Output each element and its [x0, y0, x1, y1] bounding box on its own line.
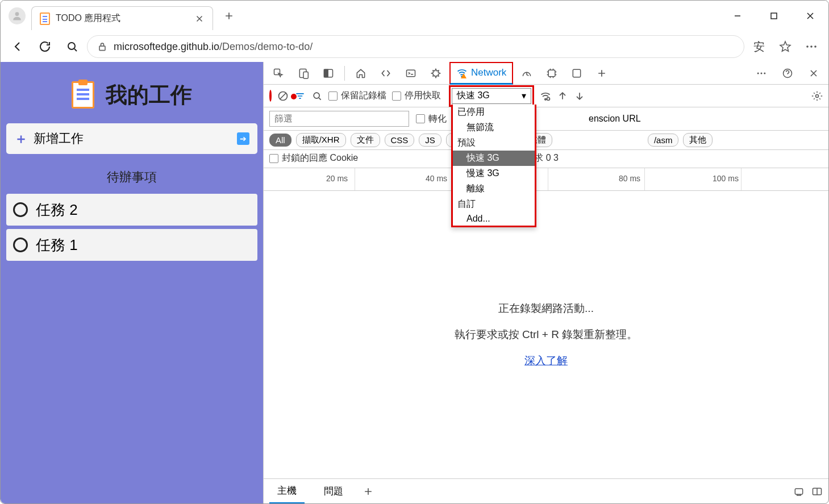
- section-title: 待辦事項: [6, 169, 257, 186]
- filter-toggle[interactable]: [294, 90, 306, 102]
- dd-no-throttle[interactable]: 無節流: [453, 120, 535, 135]
- pill-doc[interactable]: 文件: [351, 133, 380, 147]
- favorite-button[interactable]: [773, 34, 798, 59]
- drawer-add-tab[interactable]: [363, 486, 374, 497]
- titlebar: TODO 應用程式: [1, 1, 828, 31]
- translate-badge[interactable]: 安: [747, 34, 772, 59]
- tab-favicon: [40, 13, 50, 25]
- pill-js[interactable]: JS: [419, 134, 441, 147]
- upload-har-icon[interactable]: [557, 90, 568, 102]
- clear-button[interactable]: [277, 90, 289, 102]
- dd-slow-3g[interactable]: 慢速 3G: [453, 166, 535, 181]
- dock-icon[interactable]: [317, 62, 340, 85]
- close-window-button[interactable]: [792, 2, 828, 30]
- dd-offline[interactable]: 離線: [453, 181, 535, 197]
- svg-point-6: [814, 45, 816, 48]
- drawer-console-tab[interactable]: 主機: [269, 479, 305, 504]
- maximize-button[interactable]: [756, 2, 792, 30]
- throttling-select[interactable]: 快速 3G ▾ 已停用 無節流 預設 快速 3G 慢速 3G 離線 自訂 Add…: [452, 88, 531, 104]
- devtools-close-button[interactable]: [802, 62, 825, 85]
- block-row: 封鎖的回應 Cookie 封鎖要求 0 3: [264, 150, 828, 168]
- more-tabs-button[interactable]: [590, 62, 613, 85]
- network-tab-label: Network: [471, 67, 506, 78]
- inspect-icon[interactable]: [267, 62, 290, 85]
- svg-point-21: [314, 93, 319, 98]
- refresh-button[interactable]: [32, 34, 57, 59]
- svg-point-22: [545, 98, 547, 100]
- console-tab[interactable]: [399, 62, 422, 85]
- new-tab-button[interactable]: [216, 3, 241, 28]
- task-checkbox-icon[interactable]: [13, 238, 28, 252]
- add-task-button[interactable]: ＋ 新增工作 ➔: [6, 123, 257, 154]
- svg-rect-11: [324, 69, 328, 77]
- extension-url-label: enscion URL: [589, 114, 641, 124]
- dd-add[interactable]: Add...: [453, 212, 535, 226]
- pill-fetch[interactable]: 擷取/XHR: [296, 133, 346, 147]
- disable-cache-checkbox[interactable]: 停用快取: [392, 90, 441, 102]
- browser-window: TODO 應用程式 microsoftedge.github.io/Demos/…: [0, 0, 829, 504]
- network-toolbar: 保留記錄檔 停用快取 快速 3G ▾ 已停用 無節流 預設 快速 3G 慢速 3…: [264, 85, 828, 107]
- timeline[interactable]: 20 ms 40 ms 80 ms 100 ms: [264, 168, 828, 191]
- pill-wasm[interactable]: /asm: [648, 134, 679, 147]
- learn-more-link[interactable]: 深入了解: [524, 353, 568, 368]
- pill-css[interactable]: CSS: [385, 134, 415, 147]
- network-settings-icon[interactable]: [811, 90, 823, 102]
- browser-tab[interactable]: TODO 應用程式: [31, 6, 213, 30]
- content-split: 我的工作 ＋ 新增工作 ➔ 待辦事項 任務 2 任務 1: [1, 62, 828, 503]
- drawer-issues-tab[interactable]: 問題: [316, 479, 351, 504]
- elements-tab[interactable]: [374, 62, 397, 85]
- task-label: 任務 2: [36, 200, 78, 220]
- memory-tab[interactable]: [540, 62, 563, 85]
- dd-fast-3g[interactable]: 快速 3G: [453, 151, 535, 166]
- svg-rect-1: [771, 13, 777, 19]
- svg-point-4: [806, 45, 809, 48]
- application-tab[interactable]: [565, 62, 588, 85]
- record-button[interactable]: [269, 91, 272, 101]
- devtools-more-button[interactable]: [750, 62, 773, 85]
- throttle-highlight: 快速 3G ▾ 已停用 無節流 預設 快速 3G 慢速 3G 離線 自訂 Add…: [449, 85, 534, 107]
- plus-icon: ＋: [14, 130, 28, 148]
- dd-group-custom: 自訂: [453, 197, 535, 212]
- task-item[interactable]: 任務 2: [6, 194, 257, 226]
- app-title: 我的工作: [106, 81, 192, 110]
- svg-rect-15: [573, 69, 581, 77]
- submit-arrow-icon[interactable]: ➔: [237, 132, 249, 145]
- window-controls: [719, 2, 828, 30]
- devtools-help-button[interactable]: [776, 62, 799, 85]
- download-har-icon[interactable]: [574, 90, 585, 102]
- filter-input[interactable]: [269, 111, 409, 127]
- svg-point-24: [816, 94, 819, 97]
- preserve-log-checkbox[interactable]: 保留記錄檔: [328, 90, 386, 102]
- block-cookie-checkbox[interactable]: 封鎖的回應 Cookie: [269, 152, 358, 164]
- tab-title: TODO 應用程式: [56, 13, 120, 24]
- search-network[interactable]: [311, 90, 323, 102]
- svg-rect-9: [303, 72, 308, 78]
- profile-avatar[interactable]: [9, 7, 26, 24]
- throttle-selected: 快速 3G: [457, 90, 490, 102]
- drawer-icon-1[interactable]: [793, 486, 805, 497]
- svg-point-23: [547, 97, 550, 100]
- devtools-tabs: Network: [264, 62, 828, 85]
- back-button[interactable]: [5, 34, 30, 59]
- tab-close-button[interactable]: [194, 14, 205, 24]
- welcome-tab[interactable]: [349, 62, 372, 85]
- app-header: 我的工作: [6, 66, 257, 123]
- clipboard-icon: [72, 81, 94, 109]
- pill-other[interactable]: 其他: [683, 133, 713, 147]
- network-tab[interactable]: Network: [449, 62, 513, 85]
- devtools-drawer: 主機 問題: [264, 478, 828, 503]
- device-icon[interactable]: [292, 62, 315, 85]
- settings-menu-button[interactable]: [799, 34, 824, 59]
- pill-all[interactable]: All: [269, 134, 291, 147]
- drawer-icon-2[interactable]: [811, 486, 823, 497]
- network-conditions-icon[interactable]: [540, 90, 551, 102]
- sources-tab[interactable]: [424, 62, 447, 85]
- task-checkbox-icon[interactable]: [13, 202, 28, 217]
- invert-checkbox[interactable]: 轉化: [416, 113, 447, 125]
- performance-tab[interactable]: [515, 62, 538, 85]
- task-item[interactable]: 任務 1: [6, 229, 257, 261]
- minimize-button[interactable]: [719, 2, 756, 30]
- search-button[interactable]: [60, 34, 85, 59]
- svg-rect-25: [795, 489, 802, 494]
- address-bar[interactable]: microsoftedge.github.io/Demos/demo-to-do…: [87, 35, 744, 58]
